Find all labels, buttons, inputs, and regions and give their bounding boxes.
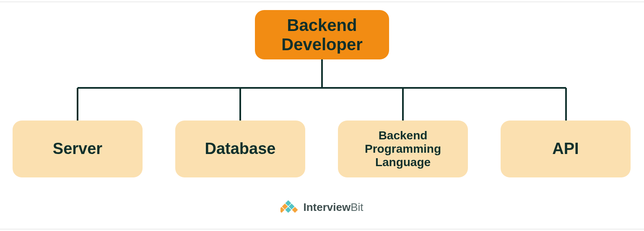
child-node-label: Database [205, 140, 276, 158]
footer-brand-text: InterviewBit [303, 201, 363, 214]
footer-brand-bold: Interview [303, 201, 351, 213]
child-node-api: API [501, 121, 631, 177]
diagram-canvas: BackendDeveloper Server Database Backend… [0, 0, 644, 231]
child-node-server: Server [13, 121, 143, 177]
root-node-backend-developer: BackendDeveloper [255, 10, 389, 59]
child-node-label: BackendProgrammingLanguage [365, 129, 441, 169]
footer-brand: InterviewBit [0, 200, 644, 214]
top-divider [0, 2, 644, 2]
bottom-divider [0, 229, 644, 229]
child-node-label: API [552, 140, 579, 158]
interviewbit-logo-icon [280, 200, 299, 214]
child-node-backend-programming-language: BackendProgrammingLanguage [338, 121, 468, 177]
child-node-label: Server [53, 140, 102, 158]
root-node-label: BackendDeveloper [281, 15, 362, 54]
footer-brand-light: Bit [351, 201, 363, 213]
child-node-database: Database [175, 121, 305, 177]
